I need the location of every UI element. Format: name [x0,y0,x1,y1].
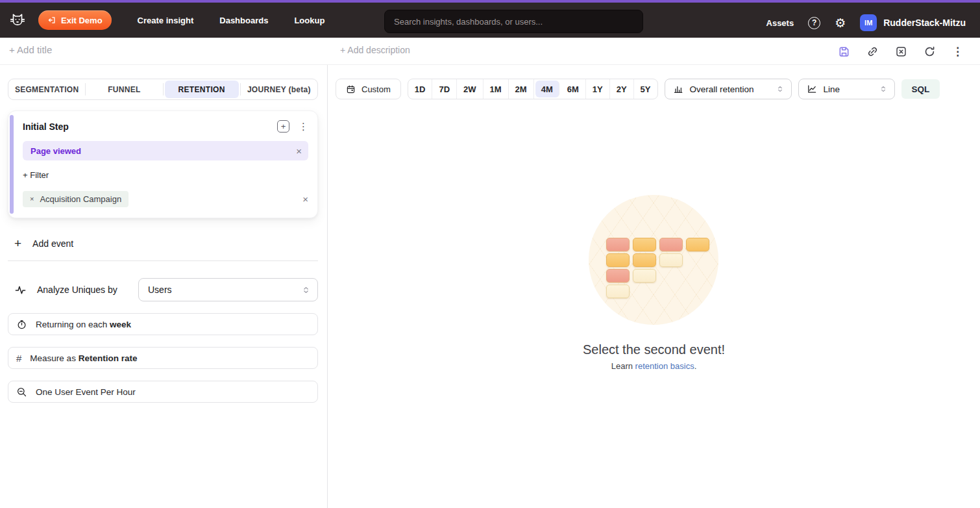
account-menu[interactable]: IM RudderStack-Mitzu [860,14,966,31]
tab-journey[interactable]: JOURNEY (beta) [242,81,316,98]
more-actions-icon[interactable]: ⋮ [952,46,963,57]
main-area: SEGMENTATION FUNNEL RETENTION JOURNEY (b… [0,65,980,508]
cohort-cell [606,238,630,251]
range-chip[interactable]: 1Y [586,79,610,99]
metric-select[interactable]: Overall retention [665,79,792,99]
add-filter-link[interactable]: + Filter [23,170,308,180]
cohort-illustration [606,238,709,298]
uniques-select[interactable]: Users [138,278,318,301]
line-chart-icon [807,84,817,94]
add-event-button[interactable]: + Add event [8,237,318,249]
top-navbar: Exit Demo Create insight Dashboards Look… [0,0,980,38]
exit-demo-label: Exit Demo [61,16,103,25]
step-options-icon[interactable]: ⋮ [299,121,308,133]
add-title-field[interactable]: + Add title [9,44,52,55]
date-range-chips: 1D 7D 2W 1M 2M 4M 6M 1Y 2Y 5Y [408,79,658,99]
nav-dashboards[interactable]: Dashboards [219,16,268,25]
tab-divider [240,83,241,95]
exit-demo-button[interactable]: Exit Demo [38,10,112,30]
range-chip[interactable]: 5Y [634,79,657,99]
dedupe-label: One User Event Per Hour [36,387,136,397]
copy-link-icon[interactable] [866,45,879,58]
range-chip[interactable]: 4M [535,81,559,97]
tab-divider [85,83,86,95]
range-chip[interactable]: 6M [561,79,586,99]
result-panel: Custom 1D 7D 2W 1M 2M 4M 6M 1Y 2Y 5Y Ove… [328,65,980,508]
uniques-value: Users [148,285,172,295]
custom-date-button[interactable]: Custom [336,79,401,99]
cohort-cell [606,253,630,267]
nav-assets[interactable]: Assets [766,18,794,28]
remove-breakdown-icon[interactable]: × [302,194,308,204]
chart-controls: Custom 1D 7D 2W 1M 2M 4M 6M 1Y 2Y 5Y Ove… [336,79,940,99]
config-panel: SEGMENTATION FUNNEL RETENTION JOURNEY (b… [0,65,328,508]
titlebar-actions: ⋮ [838,38,963,65]
cohort-cell [659,253,683,267]
add-step-event-icon[interactable]: + [277,120,289,133]
clock-icon [16,319,27,330]
clear-insight-icon[interactable] [895,45,907,58]
refresh-icon[interactable] [924,45,936,58]
analyze-uniques-label: Analyze Uniques by [37,285,117,295]
save-icon[interactable] [838,45,850,58]
range-chip[interactable]: 2W [457,79,484,99]
remove-tag-icon[interactable]: × [30,196,34,203]
custom-date-label: Custom [361,84,391,94]
step-accent-bar [10,115,14,214]
measure-as-row[interactable]: # Measure as Retention rate [8,347,318,369]
breakdown-tag[interactable]: × Acquisition Campaign [23,191,129,207]
tab-segmentation[interactable]: SEGMENTATION [10,81,84,98]
hash-icon: # [16,353,21,364]
returning-period-label: Returning on each week [36,320,131,329]
add-description-field[interactable]: + Add description [340,45,410,55]
tab-divider [163,83,164,95]
mitzu-cat-logo-icon[interactable] [8,10,27,30]
tab-funnel[interactable]: FUNNEL [87,81,161,98]
global-search-input[interactable] [384,10,643,33]
chart-type-select[interactable]: Line [798,79,895,99]
cohort-cell [659,238,683,251]
zoom-out-icon [16,387,27,398]
event-name: Page viewed [31,146,81,156]
returning-period-row[interactable]: Returning on each week [8,313,318,335]
event-row[interactable]: Page viewed × [23,141,308,160]
cohort-cell [633,238,656,251]
cohort-cell [686,238,709,251]
cohort-cell [606,285,630,298]
cohort-cell [606,269,630,283]
cohort-cell [633,269,656,283]
retention-basics-link[interactable]: retention basics [635,361,694,371]
navbar-right-cluster: Assets ? ⚙ IM RudderStack-Mitzu [766,3,966,40]
range-chip[interactable]: 2M [509,79,534,99]
help-icon[interactable]: ? [808,17,820,29]
range-chip[interactable]: 1M [484,79,509,99]
empty-state-heading: Select the second event! [328,342,980,357]
nav-create-insight[interactable]: Create insight [138,16,194,25]
breakdown-tag-label: Acquisition Campaign [40,194,121,204]
activity-icon [14,284,27,296]
calendar-icon [346,84,356,94]
sql-button[interactable]: SQL [901,79,940,99]
remove-event-icon[interactable]: × [296,146,302,156]
nav-lookup[interactable]: Lookup [294,16,325,25]
range-chip[interactable]: 2Y [610,79,634,99]
range-chip[interactable]: 1D [408,79,433,99]
insight-type-tabs: SEGMENTATION FUNNEL RETENTION JOURNEY (b… [8,79,318,100]
measure-as-label: Measure as Retention rate [30,353,137,363]
tab-retention[interactable]: RETENTION [165,81,239,98]
step-title: Initial Step [23,121,69,132]
retention-illustration [589,195,718,325]
insight-titlebar: + Add title + Add description ⋮ [0,38,980,65]
chevron-updown-icon [879,84,888,94]
section-divider [8,260,318,261]
cohort-cell [633,253,656,267]
metric-value: Overall retention [690,84,754,94]
empty-state-subtext: Learn retention basics. [328,361,980,371]
chevron-updown-icon [776,84,785,94]
range-chip[interactable]: 7D [432,79,457,99]
analyze-uniques-row: Analyze Uniques by Users [8,278,318,301]
dedupe-row[interactable]: One User Event Per Hour [8,381,318,403]
settings-gear-icon[interactable]: ⚙ [835,17,846,29]
logout-icon [47,16,56,25]
avatar: IM [860,14,877,31]
